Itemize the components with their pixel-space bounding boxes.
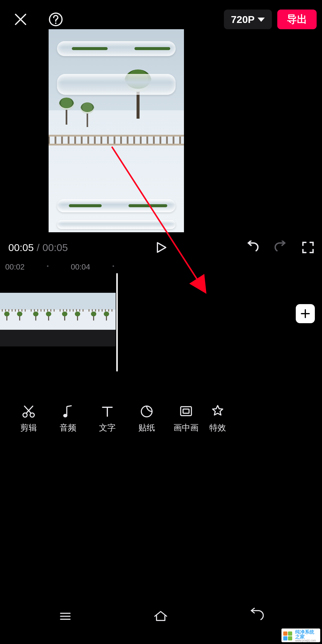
svg-marker-5 bbox=[157, 243, 166, 252]
ruler-label: 00:02 bbox=[5, 262, 24, 272]
video-editor-screen: 720P 导出 00:05 / bbox=[0, 0, 322, 644]
playback-bar: 00:05 / 00:05 bbox=[0, 239, 322, 256]
tool-label: 画中画 bbox=[174, 422, 199, 434]
tool-cut[interactable]: 剪辑 bbox=[9, 404, 48, 434]
watermark-line2: www.ycwjzj.com bbox=[295, 639, 318, 642]
watermark-line1: 纯净系统之家 bbox=[295, 630, 318, 639]
clip-thumb bbox=[58, 293, 87, 330]
export-button[interactable]: 导出 bbox=[277, 10, 317, 29]
time-current: 00:05 bbox=[8, 242, 34, 253]
tool-label: 贴纸 bbox=[138, 422, 155, 434]
preview-effect-streak bbox=[57, 41, 176, 56]
video-preview[interactable] bbox=[49, 29, 184, 232]
playback-bar-right bbox=[246, 241, 314, 254]
scissors-icon bbox=[21, 404, 36, 419]
top-bar-left bbox=[0, 12, 63, 27]
nav-home-icon[interactable] bbox=[152, 607, 170, 625]
ruler-tick bbox=[47, 265, 49, 267]
add-clip-button[interactable] bbox=[296, 304, 315, 323]
tool-bar: 剪辑 音频 文字 贴纸 画中画 bbox=[0, 398, 322, 440]
tool-sticker[interactable]: 贴纸 bbox=[127, 404, 166, 434]
close-icon[interactable] bbox=[14, 13, 27, 26]
undo-icon[interactable] bbox=[246, 241, 259, 254]
nav-back-icon[interactable] bbox=[248, 608, 265, 625]
preview-ground bbox=[49, 110, 184, 232]
preview-effect-streak bbox=[57, 199, 176, 212]
system-nav-bar bbox=[0, 605, 322, 627]
sticker-icon bbox=[140, 404, 154, 419]
time-total: 00:05 bbox=[43, 242, 68, 253]
text-icon bbox=[100, 404, 114, 419]
time-separator: / bbox=[37, 242, 39, 253]
plus-icon bbox=[300, 309, 310, 319]
resolution-dropdown[interactable]: 720P bbox=[224, 10, 272, 29]
svg-point-3 bbox=[55, 23, 57, 24]
chevron-down-icon bbox=[258, 18, 265, 22]
timeline-ruler: 00:02 00:04 bbox=[0, 259, 322, 273]
tool-effect[interactable]: 特效 bbox=[206, 404, 230, 434]
preview-effect-streak bbox=[57, 74, 176, 95]
fullscreen-icon[interactable] bbox=[302, 241, 314, 254]
svg-point-12 bbox=[63, 414, 67, 417]
clip-thumb bbox=[0, 293, 29, 330]
watermark: 纯净系统之家 www.ycwjzj.com bbox=[281, 628, 320, 642]
pip-icon bbox=[179, 404, 193, 419]
export-label: 导出 bbox=[287, 13, 307, 26]
tool-label: 音频 bbox=[60, 422, 76, 434]
clip-thumb bbox=[29, 293, 58, 330]
time-display: 00:05 / 00:05 bbox=[8, 242, 68, 253]
resolution-label: 720P bbox=[231, 14, 255, 25]
tool-label: 文字 bbox=[99, 422, 116, 434]
redo-icon[interactable] bbox=[274, 241, 287, 254]
help-icon[interactable] bbox=[48, 12, 63, 27]
top-bar-right: 720P 导出 bbox=[224, 6, 317, 33]
watermark-text: 纯净系统之家 www.ycwjzj.com bbox=[295, 630, 318, 642]
timeline-playhead[interactable] bbox=[116, 273, 118, 371]
tool-audio[interactable]: 音频 bbox=[48, 404, 88, 434]
ruler-tick bbox=[113, 265, 114, 267]
timeline-clip[interactable] bbox=[0, 293, 116, 330]
nav-menu-icon[interactable] bbox=[57, 608, 74, 625]
effect-icon bbox=[210, 404, 225, 419]
tool-text[interactable]: 文字 bbox=[88, 404, 127, 434]
svg-rect-16 bbox=[181, 407, 191, 416]
svg-rect-17 bbox=[183, 409, 189, 413]
tool-label: 剪辑 bbox=[20, 422, 37, 434]
timeline-audio-row[interactable] bbox=[0, 330, 116, 346]
music-note-icon bbox=[61, 404, 75, 419]
ruler-label: 00:04 bbox=[71, 262, 90, 272]
tool-pip[interactable]: 画中画 bbox=[166, 404, 206, 434]
play-icon[interactable] bbox=[154, 241, 168, 254]
timeline[interactable]: 00:02 00:04 bbox=[0, 259, 322, 371]
preview-effect-streak bbox=[57, 220, 176, 229]
top-bar: 720P 导出 bbox=[0, 6, 322, 33]
watermark-logo bbox=[283, 631, 292, 640]
preview-fence bbox=[49, 135, 184, 145]
tool-label: 特效 bbox=[209, 422, 226, 434]
clip-thumb bbox=[87, 293, 116, 330]
